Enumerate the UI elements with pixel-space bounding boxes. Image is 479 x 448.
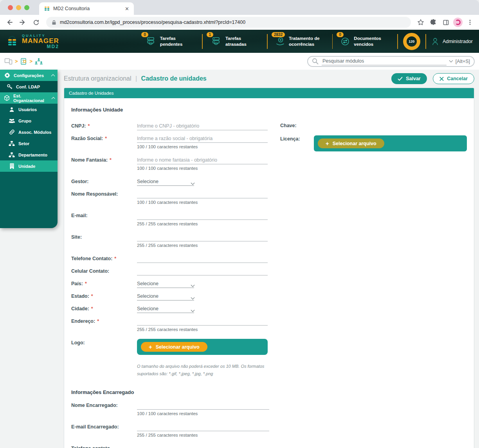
browser-tab[interactable]: MD2 Consultoria ✕ <box>39 2 134 15</box>
favicon <box>44 5 50 12</box>
app-header: QUALITY MANAGER MD2 0Tarefas pendentes1T… <box>0 30 479 53</box>
nome-encarregado-label: Nome Encarregado: <box>71 401 137 419</box>
license-counter-ring[interactable]: 120 <box>403 33 420 50</box>
unit-form-right: Chave: Licença: + Selecionar arquivo <box>274 122 467 381</box>
form-row-cnpj: CNPJ:*Informe o CNPJ - obrigatório <box>71 122 274 130</box>
url-bar[interactable]: md2consultoria.com.br/lgpd_process/proce… <box>46 17 411 28</box>
sidebar-item-label: Configurações <box>14 73 44 78</box>
back-button[interactable] <box>4 17 15 28</box>
site-char-counter: 255 / 255 caracteres restantes <box>137 243 268 248</box>
breadcrumb: Estrutura organizacional | Cadastro de u… <box>64 75 207 82</box>
placeholder-text: Informe a razão social - obrigatória <box>137 136 212 141</box>
email-encarregado-input[interactable] <box>137 423 269 431</box>
sidebar-item-configuracoes[interactable]: Configurações <box>0 70 58 81</box>
licenca-upload-area: + Selecionar arquivo <box>314 135 467 151</box>
sidebar-item-grupo[interactable]: Grupo <box>0 115 58 126</box>
notification-badge: 0 <box>141 32 148 37</box>
form-row-telefone-contato: Telefone Contato:* <box>71 255 274 263</box>
form-row-celular-contato: Celular Contato: <box>71 267 274 275</box>
logo-upload-button[interactable]: +Selecionar arquivo <box>141 342 207 352</box>
cancel-button[interactable]: Cancelar <box>433 73 474 84</box>
site-input[interactable] <box>137 233 268 241</box>
window-zoom-button[interactable] <box>24 5 29 10</box>
form-row-pais: País:*Selecione <box>71 280 274 288</box>
razao-social-char-counter: 100 / 100 caracteres restantes <box>137 144 268 149</box>
org-structure-icon[interactable] <box>34 58 43 65</box>
email-encarregado-label: E-mail Encarregado: <box>71 423 137 440</box>
nome-fantasia-input[interactable]: Informe o nome fantasia - obrigatório <box>137 156 268 164</box>
cube-icon <box>4 95 10 101</box>
forward-button[interactable] <box>17 17 28 28</box>
telefone-contato-input[interactable] <box>137 255 268 263</box>
form-row-estado: Estado:*Selecione <box>71 292 274 300</box>
search-input[interactable]: Pesquisar módulos <box>322 58 447 65</box>
workspace: ConfiguraçõesConf. LDAPEst. Organizacion… <box>0 70 479 448</box>
sidebar-item-label: Departamento <box>18 153 47 157</box>
sidebar-item-label: Assoc. Módulos <box>18 130 51 135</box>
email-input[interactable] <box>137 212 268 220</box>
user-menu[interactable]: Administrador <box>431 37 473 46</box>
licenca-upload-button[interactable]: + Selecionar arquivo <box>318 139 384 148</box>
sidebar-item-unidade[interactable]: Unidade <box>0 160 58 172</box>
logo-label: Logo: <box>71 339 137 377</box>
extensions-icon[interactable] <box>428 17 438 27</box>
sidebar-item-assoc-modulos[interactable]: Assoc. Módulos <box>0 126 58 138</box>
required-asterisk: * <box>110 157 112 163</box>
notification-4[interactable]: 0Documentos vencidos <box>338 35 392 48</box>
celular-contato-input[interactable] <box>137 267 268 275</box>
window-minimize-button[interactable] <box>16 5 21 10</box>
estado-label: Estado:* <box>71 292 137 300</box>
bookmark-star-icon[interactable] <box>416 17 426 27</box>
breadcrumb-parent[interactable]: Estrutura organizacional <box>64 75 131 82</box>
chevron-down-icon <box>191 308 195 312</box>
notification-label: Documentos vencidos <box>354 36 390 47</box>
estado-select[interactable]: Selecione <box>137 292 194 300</box>
logo-manager: MANAGER <box>22 38 59 44</box>
sidebar-item-setor[interactable]: Setor <box>0 138 58 149</box>
sidebar-item-departamento[interactable]: Departamento <box>0 149 58 160</box>
razao-social-input[interactable]: Informe a razão social - obrigatória <box>137 135 268 143</box>
url-text: md2consultoria.com.br/lgpd_process/proce… <box>60 20 245 25</box>
sidebar-item-usuarios[interactable]: Usuários <box>0 104 58 115</box>
notification-label: Tratamento de ocorrências <box>289 36 325 47</box>
gear-icon <box>4 72 10 78</box>
notification-1[interactable]: 0Tarefas pendentes <box>142 35 197 48</box>
sidebar-item-conf-ldap[interactable]: Conf. LDAP <box>0 81 58 92</box>
cnpj-input[interactable]: Informe o CNPJ - obrigatório <box>137 122 268 130</box>
cnpj-label: CNPJ:* <box>71 122 137 130</box>
unit-form: CNPJ:*Informe o CNPJ - obrigatórioRazão … <box>71 122 274 381</box>
required-asterisk: * <box>91 306 93 311</box>
nome-responsavel-input[interactable] <box>137 190 268 198</box>
form-row-gestor: Gestor:Selecione <box>71 178 274 186</box>
user-name: Administrador <box>443 39 473 44</box>
reload-button[interactable] <box>31 17 41 28</box>
quality-manager-logo-icon <box>5 35 19 48</box>
chevron-down-icon[interactable] <box>449 59 453 63</box>
placeholder-text: Informe o nome fantasia - obrigatório <box>137 157 217 163</box>
nome-encarregado-input[interactable] <box>137 401 269 410</box>
profile-avatar[interactable] <box>453 18 463 27</box>
key-icon <box>6 84 13 90</box>
notification-3[interactable]: 2832Tratamento de ocorrências <box>273 35 327 48</box>
cidade-select[interactable]: Selecione <box>137 305 194 313</box>
pais-select[interactable]: Selecione <box>137 280 194 288</box>
window-close-button[interactable] <box>8 5 13 10</box>
notification-2[interactable]: 1Tarefas atrasadas <box>208 35 262 48</box>
form-row-nome-encarregado: Nome Encarregado:100 / 100 caracteres re… <box>71 401 467 419</box>
sidebar-item-est-organizacional[interactable]: Est. Organizacional <box>0 92 58 104</box>
section-informacoes-unidade: Informações Unidade <box>71 107 467 113</box>
gestor-select[interactable]: Selecione <box>137 178 194 186</box>
licenca-label: Licença: <box>280 135 314 151</box>
endereco-input[interactable] <box>137 317 268 326</box>
required-asterisk: * <box>85 281 87 286</box>
modules-icon[interactable] <box>20 58 28 65</box>
select-value: Selecione <box>137 179 158 184</box>
devices-icon[interactable] <box>4 58 13 65</box>
telefone-contato-encarregado-input[interactable] <box>137 444 269 448</box>
menu-dots-icon[interactable] <box>465 17 475 27</box>
side-panel-icon[interactable] <box>441 17 451 27</box>
admin-user-icon <box>431 37 439 46</box>
sidebar-item-label: Conf. LDAP <box>16 85 40 89</box>
save-button[interactable]: Salvar <box>391 73 427 84</box>
tab-close-icon[interactable]: ✕ <box>125 6 129 12</box>
